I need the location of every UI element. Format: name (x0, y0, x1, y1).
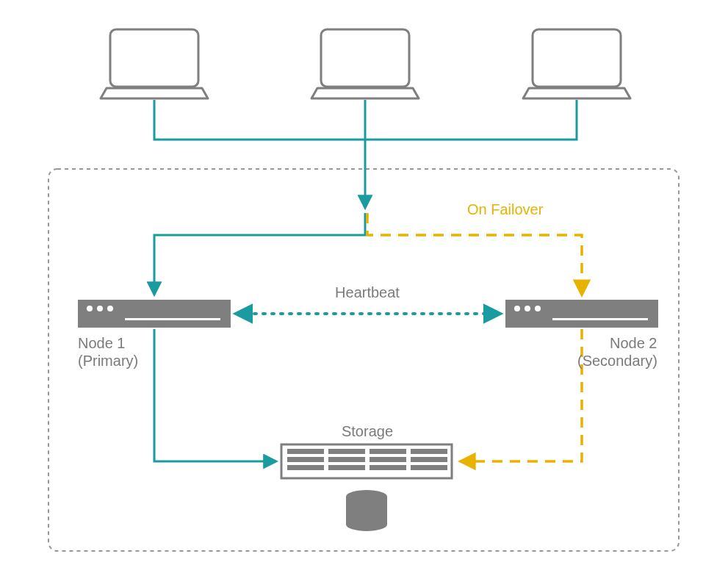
node-2-server (505, 300, 658, 328)
svg-point-10 (525, 306, 530, 311)
node2-label-line2: (Secondary) (577, 353, 657, 370)
svg-rect-25 (411, 465, 447, 470)
client-laptop-3 (523, 29, 630, 98)
svg-rect-16 (370, 449, 406, 454)
svg-point-28 (346, 518, 387, 531)
client-laptop-1 (101, 29, 208, 98)
svg-rect-24 (370, 465, 406, 470)
svg-rect-23 (328, 465, 365, 470)
svg-rect-21 (411, 457, 447, 462)
heartbeat-label: Heartbeat (335, 284, 400, 301)
svg-point-6 (107, 306, 113, 311)
storage-label: Storage (342, 423, 393, 440)
svg-point-9 (514, 306, 520, 311)
node1-label-line1: Node 1 (78, 335, 126, 352)
svg-rect-22 (287, 465, 324, 470)
svg-rect-18 (287, 457, 324, 462)
svg-rect-2 (533, 29, 621, 87)
svg-rect-7 (125, 318, 220, 320)
svg-point-4 (87, 306, 93, 311)
node2-to-storage (461, 329, 582, 461)
node2-label-line1: Node 2 (610, 335, 657, 352)
svg-rect-8 (505, 300, 658, 328)
failover-path (367, 213, 582, 294)
client-laptop-2 (311, 29, 419, 98)
failover-diagram: { "labels": { "failover": "On Failover",… (0, 0, 728, 573)
storage-rack (281, 444, 452, 478)
primary-path (154, 213, 365, 294)
svg-rect-19 (328, 457, 365, 462)
svg-point-11 (535, 306, 541, 311)
svg-rect-17 (411, 449, 447, 454)
svg-rect-12 (552, 318, 648, 320)
svg-rect-1 (321, 29, 409, 87)
svg-point-5 (97, 306, 103, 311)
svg-rect-15 (328, 449, 365, 454)
failover-label: On Failover (467, 201, 543, 218)
svg-rect-3 (78, 300, 231, 328)
node1-label-line2: (Primary) (78, 353, 138, 370)
database-icon (346, 490, 387, 531)
node1-to-storage (154, 329, 275, 461)
svg-rect-0 (110, 29, 198, 87)
svg-rect-20 (370, 457, 406, 462)
svg-rect-14 (287, 449, 324, 454)
node-1-server (78, 300, 231, 328)
